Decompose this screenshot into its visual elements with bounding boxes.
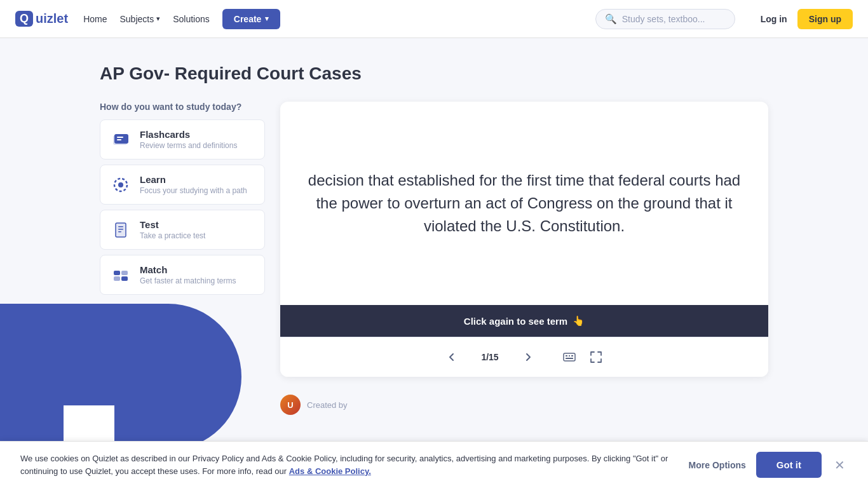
- close-cookie-button[interactable]: ✕: [832, 455, 848, 475]
- more-options-button[interactable]: More Options: [689, 460, 746, 470]
- avatar: U: [280, 395, 301, 415]
- study-mode-match[interactable]: Match Get faster at matching terms: [100, 255, 265, 295]
- svg-rect-6: [116, 223, 126, 237]
- flashcard-icon: [111, 130, 131, 150]
- match-mode-text: Match Get faster at matching terms: [140, 264, 236, 285]
- flashcard-tools: [559, 346, 607, 368]
- search-bar[interactable]: 🔍: [595, 9, 735, 29]
- logo-q: Q: [15, 11, 33, 27]
- svg-rect-11: [114, 271, 120, 275]
- svg-rect-9: [118, 229, 123, 230]
- page-title: AP Gov- Required Court Cases: [100, 64, 768, 84]
- svg-rect-2: [117, 137, 123, 138]
- nav-solutions[interactable]: Solutions: [173, 14, 210, 24]
- nav-home[interactable]: Home: [83, 14, 107, 24]
- chevron-down-icon: ▾: [156, 15, 160, 23]
- search-input[interactable]: [622, 14, 726, 24]
- svg-rect-16: [566, 355, 567, 356]
- svg-rect-14: [121, 276, 128, 281]
- search-icon: 🔍: [605, 13, 617, 25]
- chevron-down-icon: ▾: [265, 15, 269, 23]
- svg-rect-3: [117, 139, 121, 140]
- fullscreen-button[interactable]: [585, 346, 607, 368]
- learn-mode-text: Learn Focus your studying with a path: [140, 174, 247, 195]
- quizlet-logo[interactable]: Q uizlet: [15, 11, 68, 27]
- navbar: Q uizlet Home Subjects ▾ Solutions Creat…: [0, 0, 868, 38]
- keyboard-shortcut-button[interactable]: [559, 346, 580, 368]
- flashcard-body: decision that established for the first …: [306, 169, 743, 238]
- svg-rect-13: [114, 276, 120, 281]
- test-icon: [111, 220, 131, 240]
- svg-rect-19: [566, 358, 573, 359]
- signup-button[interactable]: Sign up: [797, 9, 853, 29]
- study-section: How do you want to study today? Flashcar…: [100, 102, 768, 415]
- cookie-policy-link[interactable]: Ads & Cookie Policy.: [289, 466, 371, 476]
- study-modes-panel: How do you want to study today? Flashcar…: [100, 102, 265, 300]
- flashcard-click-btn[interactable]: Click again to see term 👆: [280, 305, 768, 337]
- got-it-button[interactable]: Got it: [756, 452, 822, 478]
- test-mode-text: Test Take a practice test: [140, 219, 205, 240]
- flashcard-panel: decision that established for the first …: [280, 102, 768, 415]
- cookie-text: We use cookies on Quizlet as described i…: [20, 452, 679, 477]
- page-content: AP Gov- Required Court Cases How do you …: [85, 38, 783, 415]
- flashcard-prev-button[interactable]: [442, 347, 462, 367]
- svg-rect-12: [121, 271, 128, 275]
- login-button[interactable]: Log in: [761, 14, 787, 24]
- svg-point-5: [118, 182, 123, 187]
- nav-subjects[interactable]: Subjects ▾: [120, 14, 161, 24]
- nav-actions: Log in Sign up: [761, 9, 853, 29]
- close-icon: ✕: [834, 458, 845, 472]
- svg-rect-18: [571, 355, 573, 356]
- svg-rect-17: [569, 355, 570, 356]
- nav-links: Home Subjects ▾ Solutions Create ▾: [83, 9, 580, 29]
- flashcard-counter: 1/15: [477, 352, 503, 362]
- study-mode-flashcards[interactable]: Flashcards Review terms and definitions: [100, 119, 265, 159]
- flashcard-next-button[interactable]: [518, 347, 538, 367]
- flashcard-nav: 1/15: [280, 337, 768, 377]
- svg-rect-15: [564, 353, 575, 361]
- flashcard-mode-text: Flashcards Review terms and definitions: [140, 129, 237, 150]
- svg-rect-8: [118, 226, 123, 227]
- created-by-row: U Created by: [280, 395, 768, 415]
- study-modes-label: How do you want to study today?: [100, 102, 265, 112]
- svg-rect-1: [114, 134, 128, 144]
- match-icon: [111, 265, 131, 285]
- logo-text: uizlet: [36, 11, 68, 26]
- study-mode-learn[interactable]: Learn Focus your studying with a path: [100, 165, 265, 205]
- flashcard-box[interactable]: decision that established for the first …: [280, 102, 768, 377]
- created-by-label: Created by: [307, 400, 348, 410]
- flashcard-content: decision that established for the first …: [280, 102, 768, 305]
- create-button[interactable]: Create ▾: [222, 9, 281, 29]
- study-mode-test[interactable]: Test Take a practice test: [100, 210, 265, 250]
- cookie-banner: We use cookies on Quizlet as described i…: [0, 441, 868, 488]
- learn-icon: [111, 175, 131, 195]
- svg-rect-10: [118, 231, 121, 233]
